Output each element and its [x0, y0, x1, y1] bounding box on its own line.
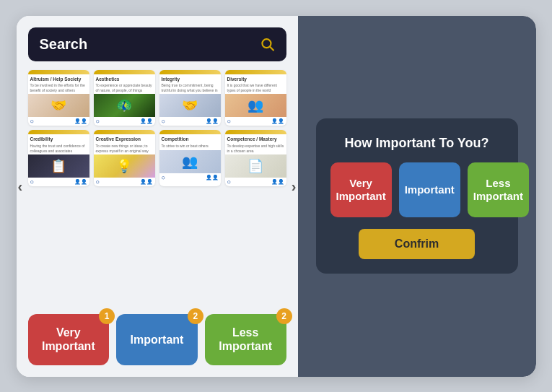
card-title: Creative Expression: [94, 134, 155, 143]
card-title: Competition: [159, 134, 221, 143]
modal-title: How Important To You?: [345, 136, 489, 151]
card-footer-logo: ⬡: [162, 119, 165, 123]
card-footer-logo: ⬡: [227, 180, 230, 184]
badge-count: 2: [188, 308, 203, 324]
card-title: Aesthetics: [94, 74, 155, 83]
card-footer-icons: 👤👤: [74, 118, 87, 124]
card-desc: To develop expertise and high skills in …: [225, 143, 286, 154]
card-desc: To be involved in the efforts for the be…: [28, 82, 89, 94]
left-panel: ‹ Altruism / Help Society To be involved…: [17, 16, 298, 377]
search-bar[interactable]: [28, 27, 286, 61]
card-desc: Having the trust and confidence of colle…: [28, 143, 89, 154]
card-footer-icons: 👤👤: [140, 179, 153, 185]
modal-buttons: VeryImportantImportantLessImportant: [330, 162, 504, 217]
card-desc: To experience or appreciate beauty of na…: [94, 82, 155, 94]
modal-btn-red[interactable]: VeryImportant: [330, 162, 392, 217]
card-desc: To create new things or ideas; to expres…: [94, 143, 155, 154]
card-title: Credibility: [28, 134, 89, 143]
nav-arrow-left[interactable]: ‹: [18, 178, 23, 194]
card-footer-logo: ⬡: [96, 180, 99, 184]
card-desc: Being true to commitment, being truthful…: [159, 82, 221, 94]
card-footer: ⬡ 👤👤: [159, 117, 221, 126]
card-image: 📄: [225, 154, 286, 178]
card-footer-icons: 👤👤: [140, 118, 153, 124]
card-item[interactable]: Competition To strive to win or beat oth…: [159, 130, 221, 186]
badge-btn-blue[interactable]: Important 2: [116, 314, 198, 365]
search-input[interactable]: [40, 36, 260, 53]
confirm-button[interactable]: Confrim: [359, 229, 475, 259]
card-footer: ⬡ 👤👤: [159, 173, 221, 182]
card-footer-logo: ⬡: [30, 180, 33, 184]
badge-count: 1: [99, 308, 115, 324]
card-item[interactable]: Credibility Having the trust and confide…: [28, 130, 89, 186]
card-footer-icons: 👤👤: [271, 118, 284, 124]
main-container: ‹ Altruism / Help Society To be involved…: [17, 16, 536, 377]
card-item[interactable]: Diversity It is good that we have differ…: [225, 70, 286, 126]
card-footer-logo: ⬡: [30, 119, 33, 123]
card-desc: To strive to win or beat others: [159, 143, 221, 150]
card-title: Altruism / Help Society: [28, 74, 89, 83]
card-footer: ⬡ 👤👤: [28, 178, 89, 186]
card-footer-logo: ⬡: [227, 119, 230, 123]
modal-btn-green[interactable]: LessImportant: [468, 162, 529, 217]
card-item[interactable]: Competence / Mastery To develop expertis…: [225, 130, 286, 186]
card-item[interactable]: Aesthetics To experience or appreciate b…: [94, 70, 155, 126]
card-item[interactable]: Altruism / Help Society To be involved i…: [28, 70, 89, 126]
modal-card: How Important To You? VeryImportantImpor…: [316, 118, 518, 274]
card-item[interactable]: Creative Expression To create new things…: [94, 130, 155, 186]
bottom-badges: VeryImportant 1Important 2LessImportant …: [28, 314, 286, 365]
card-desc: It is good that we have different types …: [225, 82, 286, 94]
card-title: Competence / Mastery: [225, 134, 286, 143]
cards-grid: Altruism / Help Society To be involved i…: [28, 70, 286, 187]
modal-btn-blue[interactable]: Important: [399, 162, 460, 217]
card-footer-icons: 👤👤: [206, 118, 219, 124]
badge-count: 2: [276, 308, 292, 324]
nav-arrow-right[interactable]: ›: [292, 178, 297, 194]
card-image: 📋: [28, 154, 89, 178]
card-footer: ⬡ 👤👤: [28, 117, 89, 126]
card-item[interactable]: Integrity Being true to commitment, bein…: [159, 70, 221, 126]
card-footer: ⬡ 👤👤: [94, 178, 155, 186]
card-footer: ⬡ 👤👤: [94, 117, 155, 126]
card-title: Integrity: [159, 74, 221, 83]
card-footer-icons: 👤👤: [271, 179, 284, 185]
card-footer-icons: 👤👤: [206, 175, 219, 180]
card-image: 🤝: [159, 94, 221, 117]
cards-area: ‹ Altruism / Help Society To be involved…: [28, 70, 286, 303]
card-image: 🤝: [28, 94, 89, 117]
card-image: 👥: [159, 150, 221, 173]
badge-btn-green[interactable]: LessImportant 2: [205, 314, 286, 365]
card-image: 🦚: [94, 94, 155, 117]
card-footer-logo: ⬡: [162, 175, 165, 180]
card-footer: ⬡ 👤👤: [225, 117, 286, 126]
svg-line-1: [270, 47, 273, 51]
right-panel: How Important To You? VeryImportantImpor…: [298, 16, 536, 377]
search-icon: [260, 36, 275, 52]
card-image: 👥: [225, 94, 286, 117]
card-footer-icons: 👤👤: [74, 179, 87, 185]
card-footer: ⬡ 👤👤: [225, 178, 286, 186]
badge-btn-red[interactable]: VeryImportant 1: [28, 314, 110, 365]
card-image: 💡: [94, 154, 155, 178]
card-footer-logo: ⬡: [96, 119, 99, 123]
card-title: Diversity: [225, 74, 286, 83]
